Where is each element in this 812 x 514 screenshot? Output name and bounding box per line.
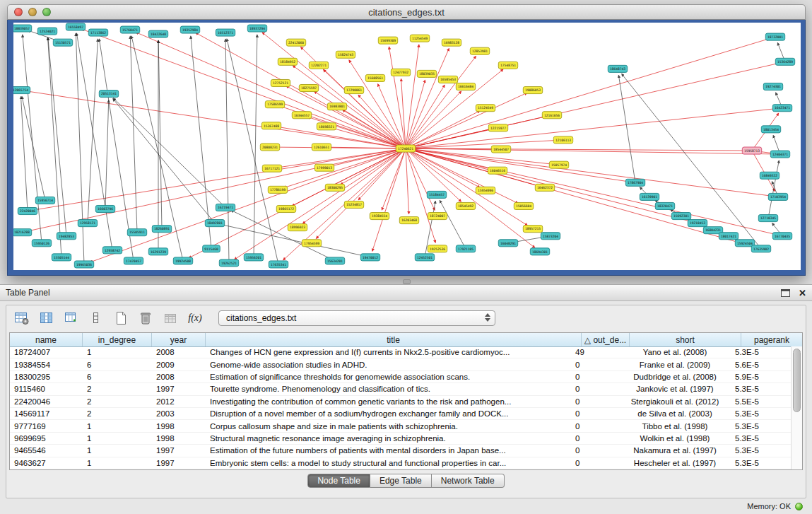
graph-node[interactable]: 20513141	[99, 90, 118, 98]
graph-node[interactable]: 16344557	[292, 112, 311, 119]
table-row[interactable]: 911546021997Tourette syndrome. Phenomeno…	[10, 383, 792, 395]
graph-node[interactable]: 18937294	[247, 25, 266, 32]
graph-node[interactable]: 12958742	[102, 247, 122, 254]
graph-node[interactable]: 12610651	[312, 144, 331, 151]
scrollbar-thumb[interactable]	[793, 349, 801, 412]
graph-node[interactable]: 18698321	[317, 123, 336, 130]
graph-node[interactable]: 16462372	[535, 184, 554, 191]
graph-node[interactable]: 15608561	[365, 74, 384, 81]
graph-node[interactable]: 19965036	[74, 261, 93, 268]
graph-node[interactable]: 16512371	[216, 29, 235, 36]
graph-node[interactable]: 17586599	[265, 101, 284, 108]
graph-node[interactable]: 18320471	[655, 202, 674, 209]
close-panel-icon[interactable]: ✕	[799, 288, 806, 298]
graph-node[interactable]: 19470012	[360, 254, 379, 261]
graph-node[interactable]: 12065754	[13, 87, 30, 94]
graph-node[interactable]: 17867904	[625, 179, 645, 186]
table-row[interactable]: 1830029562008Estimation of significance …	[10, 371, 792, 383]
new-table-button[interactable]	[112, 310, 129, 327]
table-panel-header[interactable]: Table Panel ✕	[0, 285, 812, 301]
graph-node[interactable]: 16717121	[262, 165, 281, 172]
graph-node[interactable]: 17290061	[344, 87, 363, 94]
network-select[interactable]: citations_edges.txt	[218, 310, 495, 326]
window-titlebar[interactable]: citations_edges.txt	[7, 4, 806, 20]
graph-node[interactable]: 16203468	[399, 217, 418, 224]
graph-node[interactable]: 16770435	[772, 233, 792, 240]
graph-node[interactable]: 15873204	[541, 233, 560, 240]
graph-node[interactable]: 18216288	[13, 229, 32, 236]
graph-node[interactable]: 16983128	[442, 39, 461, 46]
graph-node[interactable]: 15057974	[549, 161, 568, 168]
column-header[interactable]: short	[630, 333, 741, 346]
graph-node[interactable]: 16139901	[640, 193, 659, 200]
graph-node[interactable]: 17240621	[396, 145, 415, 152]
column-header[interactable]: name	[10, 333, 83, 346]
graph-node[interactable]: 12202271	[309, 62, 328, 69]
graph-node[interactable]: 15692301	[671, 213, 690, 220]
graph-node[interactable]: 19352984	[180, 26, 199, 33]
graph-node[interactable]: 18275597	[299, 85, 318, 92]
table-row[interactable]: 1872400712008Changes of HCN gene express…	[10, 346, 792, 358]
graph-node[interactable]: 15958713	[742, 147, 761, 154]
graph-node[interactable]: 18422648	[148, 30, 167, 37]
graph-node[interactable]: 12710345	[758, 215, 777, 222]
graph-node[interactable]: 18492801	[205, 220, 224, 227]
graph-node[interactable]: 18260891	[152, 226, 171, 233]
tab-node-table[interactable]: Node Table	[307, 474, 370, 488]
graph-node[interactable]: 17470457	[124, 257, 143, 264]
graph-node[interactable]: 19262521	[219, 259, 238, 267]
graph-node[interactable]: 12215977	[488, 124, 507, 132]
graph-node[interactable]: 18300295	[325, 184, 344, 191]
graph-node[interactable]: 22420046	[18, 207, 37, 214]
graph-node[interactable]: 17999013	[314, 164, 334, 171]
graph-node[interactable]: 18839057	[13, 25, 32, 32]
graph-node[interactable]: 16291239	[148, 248, 167, 255]
table-row[interactable]: 2242004622012Investigating the contribut…	[10, 396, 792, 408]
float-panel-icon[interactable]	[781, 289, 790, 297]
graph-node[interactable]: 18732001	[765, 33, 784, 40]
memory-status-icon[interactable]	[795, 503, 803, 510]
network-canvas[interactable]: 1724062116616484151245491221597718544507…	[13, 23, 801, 270]
graph-node[interactable]: 12477932	[391, 69, 410, 76]
table-row[interactable]: 946362711997Embryonic stem cells: a mode…	[10, 457, 792, 469]
graph-node[interactable]: 15124549	[476, 105, 495, 112]
graph-node[interactable]: 12161656	[542, 112, 561, 119]
delete-table-button[interactable]	[137, 310, 154, 327]
graph-node[interactable]: 19384554	[370, 213, 389, 220]
graph-node[interactable]: 15184457	[427, 191, 446, 198]
graph-node[interactable]: 16849322	[760, 172, 779, 179]
add-row-button[interactable]	[88, 310, 105, 327]
graph-node[interactable]: 15505911	[127, 229, 146, 236]
graph-node[interactable]: 18013454	[761, 126, 780, 133]
graph-node[interactable]: 18545492	[456, 202, 475, 209]
graph-node[interactable]: 16983801	[327, 103, 346, 110]
graph-node[interactable]: 17954599	[302, 240, 321, 247]
graph-node[interactable]: 15824743	[336, 51, 355, 58]
graph-node[interactable]: 15505144	[52, 254, 71, 261]
graph-node[interactable]: 22412060	[286, 39, 305, 46]
graph-node[interactable]: 15234817	[344, 201, 363, 208]
graph-node[interactable]: 16558497	[66, 23, 85, 30]
column-header[interactable]: △ out_de...	[582, 333, 630, 346]
graph-node[interactable]: 19924508	[173, 257, 192, 264]
graph-node[interactable]: 16585453	[438, 76, 457, 83]
column-header[interactable]: year	[152, 333, 206, 346]
add-column-button[interactable]	[63, 310, 80, 327]
graph-node[interactable]: 17103954	[768, 193, 787, 200]
graph-node[interactable]: 16219471	[216, 204, 235, 211]
graph-node[interactable]: 12452501	[415, 254, 434, 261]
column-header[interactable]: title	[206, 333, 582, 346]
table-settings-button[interactable]	[13, 310, 30, 327]
panel-drag-handle[interactable]	[403, 279, 411, 284]
graph-node[interactable]: 15760471	[120, 26, 139, 33]
graph-node[interactable]: 20808231	[260, 144, 279, 151]
graph-node[interactable]: 19274301	[763, 83, 782, 90]
table-row[interactable]: 1456911722003Disruption of a novel membe…	[10, 408, 792, 420]
graph-node[interactable]: 12106113	[553, 136, 572, 144]
graph-node[interactable]: 9115460	[203, 245, 220, 252]
zoom-window-button[interactable]	[42, 8, 51, 16]
graph-node[interactable]: 15364289	[775, 58, 794, 65]
tab-network-table[interactable]: Network Table	[432, 474, 505, 488]
graph-node[interactable]: 18648743	[608, 65, 627, 72]
graph-node[interactable]: 17786199	[268, 186, 287, 193]
